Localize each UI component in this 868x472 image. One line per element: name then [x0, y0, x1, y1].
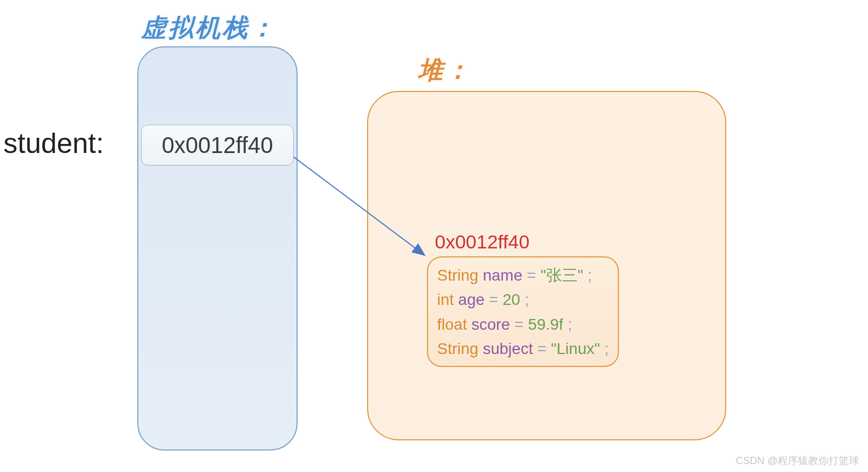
field-row: String subject = "Linux" ; [437, 336, 609, 361]
field-row: float score = 59.9f ; [437, 312, 609, 336]
stack-title: 虚拟机栈： [141, 11, 277, 45]
field-name: subject [483, 340, 533, 357]
field-value: 20 [503, 291, 520, 308]
field-value: "张三" [540, 266, 583, 284]
field-value: 59.9f [528, 316, 563, 333]
field-eq: = [537, 340, 551, 357]
field-type: String [437, 266, 478, 284]
field-row: int age = 20 ; [437, 287, 609, 312]
field-type: float [437, 316, 467, 333]
field-eq: = [527, 266, 540, 284]
field-semi: ; [604, 340, 609, 357]
stack-box [137, 46, 298, 451]
field-semi: ; [588, 266, 592, 284]
object-address: 0x0012ff40 [435, 231, 530, 253]
field-name: age [458, 291, 485, 308]
field-semi: ; [568, 316, 572, 333]
field-value: "Linux" [551, 340, 600, 357]
stack-cell: 0x0012ff40 [141, 125, 294, 165]
field-row: String name = "张三" ; [437, 263, 609, 287]
field-name: score [472, 316, 510, 333]
field-semi: ; [525, 291, 529, 308]
field-name: name [483, 266, 522, 284]
heap-title: 堆： [418, 54, 472, 87]
field-type: String [437, 340, 478, 357]
object-box: String name = "张三" ; int age = 20 ; floa… [427, 256, 619, 367]
field-eq: = [514, 316, 528, 333]
variable-label: student: [3, 127, 104, 160]
field-type: int [437, 291, 454, 308]
stack-cell-value: 0x0012ff40 [162, 133, 273, 158]
watermark: CSDN @程序猿教你打篮球 [736, 454, 859, 467]
field-eq: = [489, 291, 503, 308]
